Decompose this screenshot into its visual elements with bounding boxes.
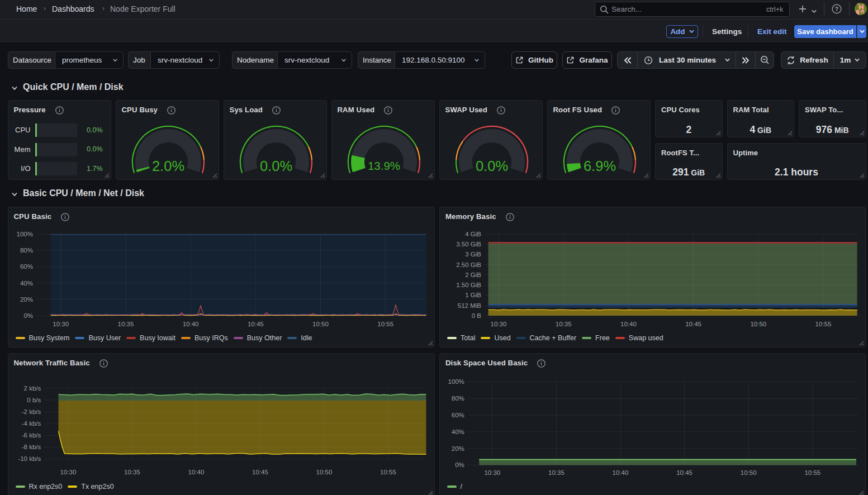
svg-text:-2 kb/s: -2 kb/s bbox=[21, 408, 41, 415]
svg-text:3 GiB: 3 GiB bbox=[465, 251, 481, 258]
svg-text:6.9%: 6.9% bbox=[583, 158, 615, 174]
svg-text:10:40: 10:40 bbox=[182, 321, 198, 327]
svg-text:10:35: 10:35 bbox=[548, 469, 565, 476]
svg-text:40%: 40% bbox=[20, 280, 32, 287]
svg-text:10:30: 10:30 bbox=[53, 321, 69, 327]
svg-text:10:35: 10:35 bbox=[117, 321, 134, 327]
svg-text:2.50 GiB: 2.50 GiB bbox=[456, 261, 481, 268]
svg-text:10:40: 10:40 bbox=[613, 469, 629, 476]
svg-text:10:45: 10:45 bbox=[685, 321, 701, 327]
svg-text:60%: 60% bbox=[452, 412, 464, 418]
svg-text:512 MiB: 512 MiB bbox=[458, 302, 482, 309]
svg-text:10:30: 10:30 bbox=[484, 469, 500, 476]
svg-text:10:45: 10:45 bbox=[247, 321, 263, 327]
svg-text:80%: 80% bbox=[452, 395, 464, 402]
svg-text:-8 kb/s: -8 kb/s bbox=[21, 444, 41, 450]
svg-text:10:50: 10:50 bbox=[750, 321, 766, 327]
svg-text:10:55: 10:55 bbox=[804, 469, 820, 476]
svg-text:1.50 GiB: 1.50 GiB bbox=[456, 282, 481, 288]
svg-text:10:30: 10:30 bbox=[60, 469, 76, 475]
svg-text:10:55: 10:55 bbox=[380, 469, 396, 475]
svg-text:0 b/s: 0 b/s bbox=[27, 397, 41, 403]
svg-text:-6 kb/s: -6 kb/s bbox=[21, 432, 41, 439]
svg-text:10:40: 10:40 bbox=[620, 321, 637, 327]
svg-text:1 GiB: 1 GiB bbox=[465, 292, 481, 298]
svg-text:0%: 0% bbox=[23, 312, 33, 319]
svg-text:0 B: 0 B bbox=[472, 312, 482, 319]
svg-text:10:35: 10:35 bbox=[556, 321, 572, 327]
svg-text:-10 kb/s: -10 kb/s bbox=[18, 455, 41, 462]
svg-text:40%: 40% bbox=[452, 429, 464, 435]
svg-text:0.0%: 0.0% bbox=[259, 158, 292, 174]
svg-text:10:55: 10:55 bbox=[377, 321, 393, 327]
svg-text:10:50: 10:50 bbox=[316, 469, 332, 475]
svg-text:10:40: 10:40 bbox=[188, 469, 204, 475]
svg-text:20%: 20% bbox=[452, 445, 464, 452]
svg-text:10:30: 10:30 bbox=[491, 321, 507, 327]
svg-text:10:50: 10:50 bbox=[741, 469, 757, 476]
svg-text:3.50 GiB: 3.50 GiB bbox=[456, 241, 481, 248]
svg-text:4 GiB: 4 GiB bbox=[465, 231, 481, 237]
svg-text:0.0%: 0.0% bbox=[475, 158, 507, 174]
svg-text:10:50: 10:50 bbox=[312, 321, 329, 327]
svg-text:10:55: 10:55 bbox=[815, 321, 832, 327]
svg-text:13.9%: 13.9% bbox=[367, 159, 400, 172]
svg-text:20%: 20% bbox=[20, 296, 32, 303]
svg-text:10:45: 10:45 bbox=[252, 469, 268, 475]
svg-text:2 kb/s: 2 kb/s bbox=[23, 385, 41, 392]
svg-text:100%: 100% bbox=[448, 378, 464, 385]
svg-text:10:45: 10:45 bbox=[676, 469, 692, 476]
svg-text:?: ? bbox=[835, 6, 838, 12]
svg-text:80%: 80% bbox=[20, 247, 32, 254]
svg-text:0%: 0% bbox=[455, 461, 464, 468]
svg-text:2.0%: 2.0% bbox=[151, 158, 184, 174]
svg-text:-4 kb/s: -4 kb/s bbox=[21, 420, 41, 427]
svg-text:60%: 60% bbox=[20, 263, 32, 270]
svg-text:2 GiB: 2 GiB bbox=[465, 272, 481, 278]
svg-text:10:35: 10:35 bbox=[124, 469, 140, 475]
svg-text:100%: 100% bbox=[16, 231, 32, 237]
